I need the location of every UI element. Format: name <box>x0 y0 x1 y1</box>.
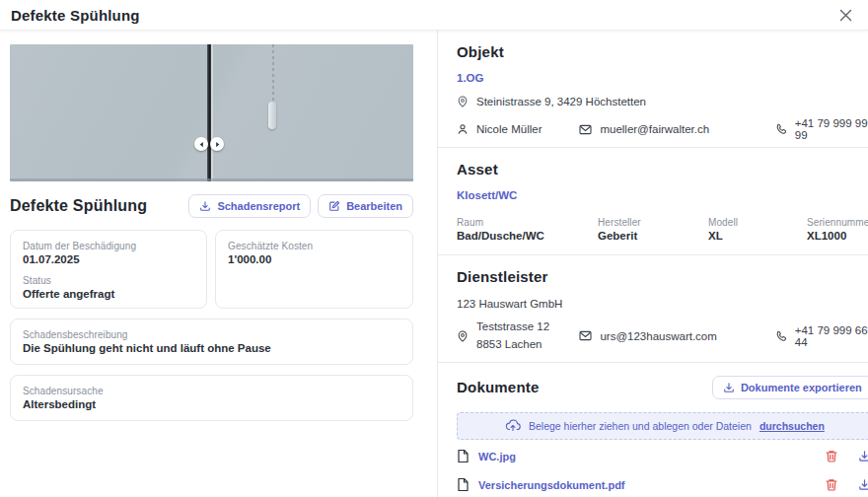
file-icon <box>457 477 470 492</box>
dienstleister-section: Dienstleister 123 Hauswart GmbH Teststra… <box>438 254 868 362</box>
dienstleister-address-line2: 8853 Lachen <box>476 338 542 350</box>
mail-icon <box>579 330 592 341</box>
download-icon <box>199 200 211 212</box>
dienstleister-address-line1: Teststrasse 12 <box>476 320 549 332</box>
damage-report-label: Schadensreport <box>217 200 300 212</box>
file-row: Versicherungsdokument.pdf <box>457 473 868 497</box>
asset-title: Asset <box>457 161 868 178</box>
damage-facts-row: Datum der Beschädigung 01.07.2025 Status… <box>10 230 413 309</box>
file-actions <box>826 478 868 491</box>
file-name[interactable]: WC.jpg <box>478 451 516 462</box>
edit-button[interactable]: Bearbeiten <box>318 194 413 218</box>
estimated-cost-card: Geschätzte Kosten 1'000.00 <box>215 230 413 309</box>
export-documents-label: Dokumente exportieren <box>741 382 862 393</box>
phone-icon <box>775 330 787 342</box>
asset-field-modell: Modell XL <box>708 217 807 242</box>
objekt-contact-row: Nicole Müller mueller@fairwalter.ch +41 … <box>457 117 868 141</box>
asset-field-label: Raum <box>457 217 598 228</box>
export-documents-button[interactable]: Dokumente exportieren <box>712 376 868 399</box>
cost-label: Geschätzte Kosten <box>228 241 400 251</box>
download-icon <box>723 382 735 393</box>
dienstleister-phone[interactable]: +41 79 999 66 44 <box>795 324 868 348</box>
dropzone-text: Belege hierher ziehen und ablegen oder D… <box>529 420 752 432</box>
dienstleister-title: Dienstleister <box>457 268 868 285</box>
dienstleister-phone-cell: +41 79 999 66 44 <box>775 324 868 348</box>
dokumente-header-row: Dokumente Dokumente exportieren <box>457 376 868 399</box>
asset-field-label: Modell <box>708 217 807 228</box>
asset-link[interactable]: Klosett/WC <box>457 189 517 201</box>
damage-actions: Schadensreport Bearbeiten <box>188 194 413 218</box>
objekt-address: Steinistrasse 9, 3429 Höchstetten <box>476 96 646 107</box>
person-icon <box>457 123 469 135</box>
map-pin-icon <box>457 330 469 342</box>
asset-field-value: Bad/Dusche/WC <box>457 230 598 242</box>
file-row: WC.jpg <box>457 445 868 468</box>
damage-photo-carousel[interactable] <box>10 44 413 181</box>
map-pin-icon <box>457 96 469 107</box>
edit-icon <box>328 200 340 212</box>
damage-date-status-card: Datum der Beschädigung 01.07.2025 Status… <box>10 230 207 309</box>
file-actions <box>826 450 868 462</box>
objekt-title: Objekt <box>457 43 868 60</box>
photo-bottom-edge <box>10 178 413 181</box>
cause-label: Schadensursache <box>23 386 400 396</box>
dienstleister-email-cell: urs@123hauswart.com <box>579 330 774 342</box>
asset-field-value: XL <box>708 230 807 242</box>
cause-value: Altersbedingt <box>23 398 400 410</box>
damage-panel: Defekte Spühlung Schadensreport Bearbeit… <box>0 31 437 497</box>
carousel-next-icon[interactable] <box>210 137 224 151</box>
dropzone-browse-link[interactable]: durchsuchen <box>760 420 825 432</box>
description-label: Schadensbeschreibung <box>23 329 400 340</box>
carousel-handle <box>194 137 224 151</box>
asset-field-label: Seriennummer <box>807 217 868 228</box>
modal-header: Defekte Spühlung <box>0 0 868 31</box>
file-dropzone[interactable]: Belege hierher ziehen und ablegen oder D… <box>457 412 868 440</box>
modal-body: Defekte Spühlung Schadensreport Bearbeit… <box>0 31 868 497</box>
carousel-prev-icon[interactable] <box>194 137 208 151</box>
download-file-icon[interactable] <box>858 450 868 462</box>
dienstleister-contact-row: Teststrasse 12 8853 Lachen urs@123hauswa… <box>457 319 868 354</box>
cost-value: 1'000.00 <box>228 253 400 265</box>
close-icon[interactable] <box>836 6 854 24</box>
objekt-email[interactable]: mueller@fairwalter.ch <box>600 123 709 135</box>
objekt-phone-cell: +41 79 999 99 99 <box>775 117 868 141</box>
damage-description-card: Schadensbeschreibung Die Spühlung geht n… <box>10 319 413 365</box>
asset-attributes: Raum Bad/Dusche/WC Hersteller Geberit Mo… <box>457 217 868 242</box>
modal-title: Defekte Spühlung <box>11 7 140 24</box>
photo-chain-pull <box>268 102 276 129</box>
dienstleister-address-cell: Teststrasse 12 8853 Lachen <box>457 319 579 354</box>
download-file-icon[interactable] <box>858 478 868 491</box>
delete-file-icon[interactable] <box>826 450 837 462</box>
status-value: Offerte angefragt <box>23 288 194 300</box>
dokumente-title: Dokumente <box>457 379 539 395</box>
dienstleister-email[interactable]: urs@123hauswart.com <box>600 330 716 342</box>
cloud-upload-icon <box>505 419 521 432</box>
delete-file-icon[interactable] <box>826 478 837 491</box>
damage-report-button[interactable]: Schadensreport <box>188 194 311 218</box>
dienstleister-company-row: 123 Hauswart GmbH <box>457 298 868 310</box>
phone-icon <box>775 123 787 135</box>
objekt-phone[interactable]: +41 79 999 99 99 <box>795 117 868 141</box>
objekt-address-row: Steinistrasse 9, 3429 Höchstetten <box>457 96 868 107</box>
asset-section: Asset Klosett/WC Raum Bad/Dusche/WC Hers… <box>438 147 868 254</box>
file-name[interactable]: Versicherungsdokument.pdf <box>478 479 625 491</box>
damage-date-label: Datum der Beschädigung <box>23 241 194 251</box>
status-label: Status <box>23 275 194 286</box>
asset-field-value: Geberit <box>598 230 708 242</box>
asset-field-hersteller: Hersteller Geberit <box>598 217 708 242</box>
photo-chain <box>272 44 274 104</box>
damage-date-value: 01.07.2025 <box>23 253 194 265</box>
objekt-contact-name-cell: Nicole Müller <box>457 123 579 135</box>
damage-title-row: Defekte Spühlung Schadensreport Bearbeit… <box>10 194 413 218</box>
damage-title: Defekte Spühlung <box>10 197 147 215</box>
dienstleister-company: 123 Hauswart GmbH <box>457 298 562 310</box>
asset-field-raum: Raum Bad/Dusche/WC <box>457 217 598 242</box>
objekt-link[interactable]: 1.OG <box>457 72 483 84</box>
dienstleister-address: Teststrasse 12 8853 Lachen <box>476 319 549 354</box>
objekt-contact-name: Nicole Müller <box>476 123 542 135</box>
asset-field-value: XL1000 <box>807 230 868 242</box>
photo-detail-highlight <box>211 44 213 181</box>
file-icon <box>457 449 470 463</box>
objekt-email-cell: mueller@fairwalter.ch <box>579 123 774 135</box>
objekt-section: Objekt 1.OG Steinistrasse 9, 3429 Höchst… <box>438 31 868 147</box>
